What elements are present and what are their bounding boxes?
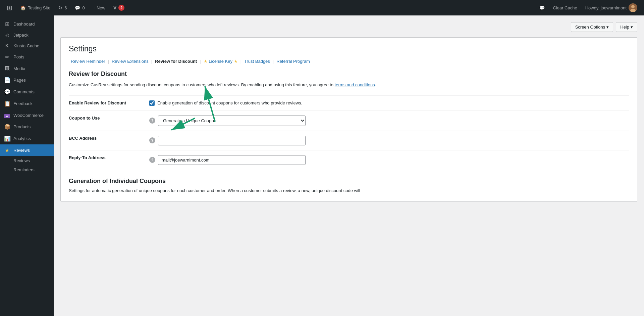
comments-menu-icon: 💬 bbox=[4, 89, 10, 95]
settings-tabs: Review Reminder | Review Extensions | Re… bbox=[69, 59, 629, 64]
sidebar-item-analytics[interactable]: 📊 Analytics bbox=[0, 133, 54, 144]
clear-cache-label: Clear Cache bbox=[553, 5, 577, 10]
sidebar-item-media[interactable]: 🖼 Media bbox=[0, 63, 54, 74]
tab-review-extensions[interactable]: Review Extensions bbox=[110, 59, 151, 64]
sidebar-item-label-posts: Posts bbox=[13, 54, 24, 59]
sidebar-item-comments[interactable]: 💬 Comments bbox=[0, 86, 54, 98]
generation-description: Settings for automatic generation of uni… bbox=[69, 187, 629, 194]
bcc-input[interactable] bbox=[158, 136, 306, 145]
admin-bar: ⊞ 🏠 Testing Site ↻ 6 💬 0 + New V 2 💬 Cle… bbox=[0, 0, 644, 15]
site-name-menu[interactable]: 🏠 Testing Site bbox=[17, 0, 54, 15]
sidebar-item-label-pages: Pages bbox=[13, 78, 26, 83]
site-name: Testing Site bbox=[28, 5, 50, 10]
new-content-label: + New bbox=[93, 5, 105, 10]
coupon-help-icon: ? bbox=[149, 118, 155, 124]
help-chevron-icon: ▾ bbox=[631, 25, 633, 30]
coupon-row: Coupon to Use ? Generate a Unique Coupon… bbox=[69, 110, 629, 131]
enable-row: Enable Review for Discount Enable genera… bbox=[69, 95, 629, 110]
sidebar-item-pages[interactable]: 📄 Pages bbox=[0, 74, 54, 86]
coupon-select[interactable]: Generate a Unique Coupon Existing Coupon… bbox=[158, 116, 306, 126]
woocommerce-icon: W bbox=[4, 112, 10, 118]
sidebar-item-label-comments: Comments bbox=[13, 89, 35, 94]
tab-review-reminder[interactable]: Review Reminder bbox=[69, 59, 107, 64]
coupon-control: ? Generate a Unique Coupon Existing Coup… bbox=[149, 110, 629, 131]
posts-icon: ✏ bbox=[4, 54, 10, 60]
sidebar-subitem-label-reminders: Reminders bbox=[13, 167, 35, 172]
comments-menu[interactable]: 💬 0 bbox=[71, 0, 88, 15]
vaultpress-menu[interactable]: V 2 bbox=[110, 0, 128, 15]
sidebar-subitem-reviews[interactable]: Reviews bbox=[0, 156, 54, 165]
section-title: Review for Discount bbox=[69, 71, 629, 78]
vaultpress-badge: 2 bbox=[118, 5, 124, 11]
settings-panel: Settings Review Reminder | Review Extens… bbox=[60, 37, 637, 201]
tab-review-for-discount[interactable]: Review for Discount bbox=[153, 59, 199, 64]
sidebar-item-label-analytics: Analytics bbox=[13, 136, 31, 141]
reply-to-label: Reply-To Address bbox=[69, 150, 149, 170]
messages-icon: 💬 bbox=[539, 5, 545, 10]
enable-label: Enable Review for Discount bbox=[69, 95, 149, 110]
tab-license-key[interactable]: ★ License Key ★ bbox=[202, 59, 240, 64]
wp-logo-menu[interactable]: ⊞ bbox=[3, 0, 16, 15]
bcc-help-icon: ? bbox=[149, 137, 155, 143]
sidebar-item-jetpack[interactable]: ◎ Jetpack bbox=[0, 30, 54, 40]
enable-checkbox-label: Enable generation of discount coupons fo… bbox=[157, 100, 302, 105]
sidebar-item-label-reviews: Reviews bbox=[13, 148, 30, 153]
vaultpress-icon: V bbox=[113, 5, 116, 10]
enable-checkbox[interactable] bbox=[149, 100, 155, 106]
enable-control: Enable generation of discount coupons fo… bbox=[149, 95, 629, 110]
products-icon: 📦 bbox=[4, 124, 10, 130]
comments-icon: 💬 bbox=[75, 5, 80, 10]
help-label: Help bbox=[620, 25, 629, 30]
sidebar: ⊞ Dashboard ◎ Jetpack K Kinsta Cache ✏ P… bbox=[0, 15, 54, 316]
home-icon: 🏠 bbox=[20, 5, 26, 10]
terms-link[interactable]: terms and conditions bbox=[335, 82, 375, 87]
user-menu[interactable]: Howdy, joewarnimont bbox=[582, 0, 641, 15]
page-title: Settings bbox=[69, 44, 629, 53]
reviews-icon: ★ bbox=[4, 147, 10, 153]
pages-icon: 📄 bbox=[4, 77, 10, 83]
screen-options-button[interactable]: Screen Options ▾ bbox=[571, 22, 613, 32]
comments-count: 0 bbox=[82, 5, 85, 10]
sidebar-item-label-products: Products bbox=[13, 124, 31, 129]
reply-to-input[interactable] bbox=[158, 155, 306, 165]
sidebar-subitem-reminders[interactable]: Reminders bbox=[0, 165, 54, 174]
sidebar-item-products[interactable]: 📦 Products bbox=[0, 121, 54, 133]
section-desc-text-2: . bbox=[375, 82, 376, 87]
sidebar-item-label-woocommerce: WooCommerce bbox=[13, 113, 44, 118]
reply-to-help-icon: ? bbox=[149, 157, 155, 163]
screen-options-label: Screen Options bbox=[575, 25, 605, 30]
kinsta-icon: K bbox=[4, 43, 10, 48]
user-avatar bbox=[629, 3, 637, 12]
updates-count: 6 bbox=[64, 5, 67, 10]
generation-title: Generation of Individual Coupons bbox=[69, 178, 629, 185]
sidebar-item-label-feedback: Feedback bbox=[13, 101, 33, 106]
license-key-label: License Key bbox=[209, 59, 233, 64]
reply-to-control: ? bbox=[149, 150, 629, 170]
sidebar-item-label-kinsta: Kinsta Cache bbox=[13, 43, 39, 48]
wp-logo-icon: ⊞ bbox=[7, 4, 12, 12]
tab-referral-program[interactable]: Referral Program bbox=[274, 59, 312, 64]
sidebar-item-reviews[interactable]: ★ Reviews bbox=[0, 144, 54, 156]
sidebar-item-feedback[interactable]: 📋 Feedback bbox=[0, 98, 54, 109]
star-right-icon: ★ bbox=[234, 59, 238, 64]
media-icon: 🖼 bbox=[4, 65, 10, 72]
sidebar-item-woocommerce[interactable]: W WooCommerce bbox=[0, 109, 54, 121]
new-content-menu[interactable]: + New bbox=[90, 0, 109, 15]
sidebar-item-posts[interactable]: ✏ Posts bbox=[0, 51, 54, 63]
main-content: Screen Options ▾ Help ▾ bbox=[54, 15, 644, 316]
sidebar-item-label-jetpack: Jetpack bbox=[13, 33, 29, 38]
howdy-label: Howdy, joewarnimont bbox=[585, 5, 627, 10]
sidebar-item-label-media: Media bbox=[13, 66, 25, 71]
help-button[interactable]: Help ▾ bbox=[616, 22, 637, 32]
tab-trust-badges[interactable]: Trust Badges bbox=[242, 59, 272, 64]
messages-icon-menu[interactable]: 💬 bbox=[536, 0, 548, 15]
clear-cache-button[interactable]: Clear Cache bbox=[549, 0, 580, 15]
sidebar-item-label-dashboard: Dashboard bbox=[13, 21, 35, 27]
bcc-control: ? bbox=[149, 131, 629, 150]
updates-menu[interactable]: ↻ 6 bbox=[55, 0, 70, 15]
sidebar-item-kinsta[interactable]: K Kinsta Cache bbox=[0, 40, 54, 51]
sidebar-item-dashboard[interactable]: ⊞ Dashboard bbox=[0, 18, 54, 30]
reply-to-row: Reply-To Address ? bbox=[69, 150, 629, 170]
section-desc-text-1: Customize CusRev settings for sending di… bbox=[69, 82, 335, 87]
updates-icon: ↻ bbox=[58, 5, 62, 10]
